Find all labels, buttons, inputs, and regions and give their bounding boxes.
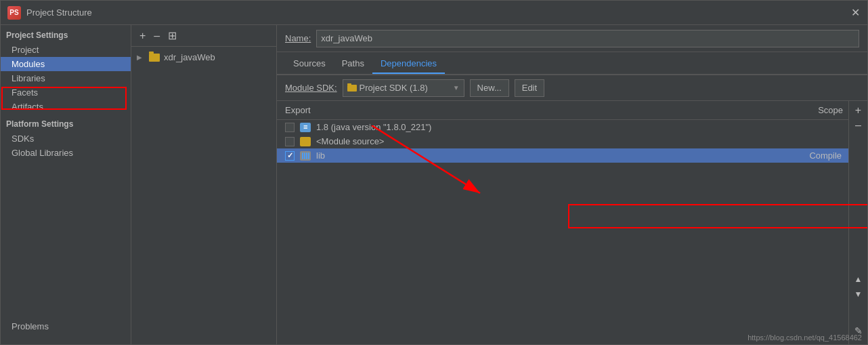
dep-checkbox-module-source[interactable] [285,137,295,146]
dep-row-module-source[interactable]: <Module source> [277,134,867,148]
dep-jdk-text: 1.8 (java version "1.8.0_221") [316,122,859,132]
platform-settings-label: Platform Settings [1,114,131,131]
tabs-row: Sources Paths Dependencies [277,52,867,75]
add-module-button[interactable]: + [137,28,148,43]
scope-header: Scope [818,105,843,115]
tab-sources[interactable]: Sources [285,54,334,74]
deps-body: ☰ 1.8 (java version "1.8.0_221") <Module… [277,120,867,344]
dep-lib-scope: Compile [787,150,842,161]
lib-icon [300,151,311,161]
sdk-value: Project SDK (1.8) [360,83,450,93]
window-title: Project Structure [26,7,92,18]
name-label: Name: [285,33,311,43]
export-header: Export [285,105,818,115]
sidebar-item-project[interactable]: Project [1,43,131,57]
tree-expand-arrow: ▶ [137,54,145,61]
close-button[interactable]: ✕ [850,7,861,18]
project-settings-label: Project Settings [1,25,131,43]
dep-lib-text: lib [316,150,782,161]
deps-header: Export Scope [277,101,867,120]
sidebar-item-artifacts[interactable]: Artifacts [1,100,131,114]
watermark: https://blog.csdn.net/qq_41568462 [747,333,862,342]
jdk-icon: ☰ [300,123,311,132]
check-mark: ✓ [287,151,293,160]
sidebar-item-global-libraries[interactable]: Global Libraries [1,146,131,160]
project-structure-window: PS Project Structure ✕ Project Settings … [0,0,868,345]
remove-dep-button[interactable]: – [852,119,865,132]
dep-module-source-text: <Module source> [316,136,859,146]
dep-row-jdk[interactable]: ☰ 1.8 (java version "1.8.0_221") [277,120,867,134]
module-name: xdr_javaWeb [164,52,215,62]
left-panel: Project Settings Project Modules Librari… [1,25,131,344]
module-folder-icon [149,54,160,62]
dep-checkbox-jdk[interactable] [285,123,295,132]
name-input[interactable] [316,30,859,47]
title-bar: PS Project Structure ✕ [1,1,867,25]
module-tree-item[interactable]: ▶ xdr_javaWeb [131,49,276,65]
remove-module-button[interactable]: – [151,28,162,43]
sdk-dropdown[interactable]: Project SDK (1.8) ▼ [343,79,464,97]
scroll-down-button[interactable]: ▼ [852,287,865,301]
right-panel: Name: Sources Paths Dependencies Module … [277,25,867,344]
middle-panel: + – ⊞ ▶ xdr_javaWeb [131,25,277,344]
dep-row-lib[interactable]: ✓ lib Compile ▼ [277,148,867,163]
sidebar-item-modules[interactable]: Modules [1,57,131,71]
sidebar-item-problems[interactable]: Problems [1,319,131,333]
middle-toolbar: + – ⊞ [131,25,276,47]
action-column: + – ▲ ▼ ✎ [848,101,867,344]
sidebar-item-facets[interactable]: Facets [1,85,131,100]
dep-checkbox-lib[interactable]: ✓ [285,151,295,161]
tab-paths[interactable]: Paths [334,54,372,74]
sidebar-item-libraries[interactable]: Libraries [1,71,131,85]
scroll-up-button[interactable]: ▲ [852,272,865,286]
sdk-edit-button[interactable]: Edit [515,79,544,97]
sdk-folder-icon [347,85,357,92]
app-icon: PS [7,6,21,20]
main-content: Project Settings Project Modules Librari… [1,25,867,344]
sdk-new-button[interactable]: New... [470,79,509,97]
sdk-label: Module SDK: [285,83,337,93]
deps-table: Export Scope ☰ 1.8 (java version "1.8.0_… [277,101,867,344]
sdk-dropdown-arrow: ▼ [453,84,460,92]
module-source-icon [300,137,311,146]
title-bar-left: PS Project Structure [7,6,92,20]
copy-module-button[interactable]: ⊞ [165,28,179,43]
module-sdk-row: Module SDK: Project SDK (1.8) ▼ New... E… [277,75,867,101]
name-row: Name: [277,25,867,52]
add-dep-button[interactable]: + [852,104,865,117]
sidebar-item-sdks[interactable]: SDKs [1,131,131,146]
tab-dependencies[interactable]: Dependencies [372,54,445,74]
module-tree: ▶ xdr_javaWeb [131,47,276,344]
